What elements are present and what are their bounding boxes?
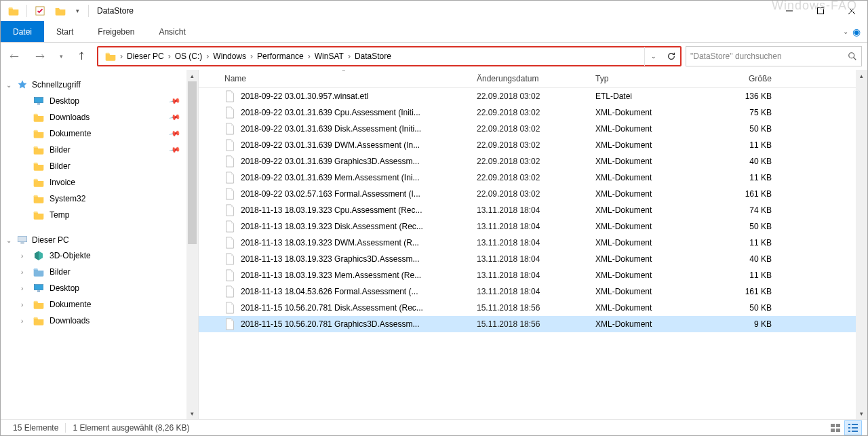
- breadcrumb-segment[interactable]: WinSAT: [312, 52, 347, 61]
- file-date: 22.09.2018 03:02: [470, 157, 589, 166]
- address-bar[interactable]: ›Dieser PC›OS (C:)›Windows›Performance›W…: [97, 46, 682, 66]
- tree-item[interactable]: Downloads📌: [1, 109, 186, 125]
- file-row[interactable]: 2018-11-15 10.56.20.781 Graphics3D.Asses…: [199, 316, 867, 332]
- chevron-down-icon[interactable]: ⌄: [6, 81, 12, 89]
- tree-item[interactable]: ›Desktop: [1, 280, 186, 296]
- chevron-right-icon[interactable]: ›: [119, 52, 124, 61]
- tree-item[interactable]: Temp: [1, 207, 186, 223]
- tree-item[interactable]: ›3D-Objekte: [1, 247, 186, 264]
- breadcrumb-segment[interactable]: OS (C:): [172, 52, 205, 61]
- recent-dropdown[interactable]: ▾: [55, 47, 67, 66]
- chevron-right-icon[interactable]: ›: [21, 252, 23, 260]
- tree-item[interactable]: Bilder: [1, 158, 186, 174]
- column-type[interactable]: Typ: [589, 74, 704, 83]
- tab-file[interactable]: Datei: [1, 21, 44, 42]
- search-icon[interactable]: [848, 52, 857, 61]
- search-box[interactable]: [686, 46, 862, 66]
- new-folder-button[interactable]: [52, 2, 69, 20]
- breadcrumb-segment[interactable]: Windows: [210, 52, 249, 61]
- tree-item[interactable]: System32: [1, 191, 186, 207]
- scroll-down-icon[interactable]: ▾: [856, 408, 867, 419]
- file-row[interactable]: 2018-11-15 10.56.20.781 Disk.Assessment …: [199, 300, 867, 316]
- tab-share[interactable]: Freigeben: [85, 21, 146, 42]
- window-controls: [774, 1, 867, 21]
- minimize-button[interactable]: [774, 1, 805, 21]
- tree-item[interactable]: Dokumente📌: [1, 125, 186, 142]
- file-row[interactable]: 2018-11-13 18.03.19.323 Disk.Assessment …: [199, 218, 867, 235]
- navpane-scrollbar[interactable]: ▴ ▾: [186, 70, 198, 419]
- refresh-button[interactable]: [663, 47, 680, 66]
- column-size[interactable]: Größe: [704, 74, 778, 83]
- navigation-pane: ⌄ Schnellzugriff Desktop📌Downloads📌Dokum…: [1, 70, 199, 419]
- tree-item[interactable]: Bilder📌: [1, 142, 186, 158]
- chevron-right-icon[interactable]: ›: [167, 52, 172, 61]
- chevron-right-icon[interactable]: ›: [21, 317, 23, 325]
- tree-item-label: Temp: [50, 210, 69, 220]
- chevron-right-icon[interactable]: ›: [21, 269, 23, 276]
- tree-item[interactable]: ›Dokumente: [1, 296, 186, 313]
- ribbon-expand-icon[interactable]: ⌄: [843, 28, 848, 35]
- file-row[interactable]: 2018-09-22 03.01.31.639 Mem.Assessment (…: [199, 170, 867, 186]
- address-dropdown-button[interactable]: ⌄: [645, 47, 663, 66]
- close-button[interactable]: [836, 1, 867, 21]
- view-large-icons-button[interactable]: [827, 420, 844, 435]
- pin-icon: 📌: [169, 144, 182, 157]
- file-row[interactable]: 2018-11-13 18.03.19.323 Graphics3D.Asses…: [199, 251, 867, 267]
- file-row[interactable]: 2018-11-13 18.03.19.323 Mem.Assessment (…: [199, 267, 867, 283]
- maximize-button[interactable]: [805, 1, 836, 21]
- scroll-down-icon[interactable]: ▾: [186, 408, 198, 419]
- scroll-up-icon[interactable]: ▴: [186, 70, 198, 81]
- breadcrumb-root-icon[interactable]: [102, 52, 119, 61]
- help-icon[interactable]: ◉: [852, 26, 861, 37]
- file-type: XML-Dokument: [589, 254, 704, 264]
- tree-item[interactable]: ›Downloads: [1, 313, 186, 329]
- tree-item[interactable]: ›Bilder: [1, 264, 186, 280]
- pin-icon: 📌: [169, 127, 182, 140]
- file-row[interactable]: 2018-09-22 03.01.31.639 Graphics3D.Asses…: [199, 153, 867, 170]
- chevron-right-icon[interactable]: ›: [249, 52, 254, 61]
- file-type: XML-Dokument: [589, 287, 704, 296]
- file-row[interactable]: 2018-11-13 18.03.19.323 DWM.Assessment (…: [199, 235, 867, 251]
- chevron-right-icon[interactable]: ›: [21, 285, 23, 292]
- file-row[interactable]: 2018-11-13 18.03.19.323 Cpu.Assessment (…: [199, 202, 867, 218]
- column-date[interactable]: Änderungsdatum: [470, 74, 589, 83]
- folder-icon: [33, 112, 44, 123]
- breadcrumb-segment[interactable]: DataStore: [352, 52, 394, 61]
- tab-start[interactable]: Start: [44, 21, 85, 42]
- breadcrumb-segment[interactable]: Dieser PC: [124, 52, 167, 61]
- tree-item[interactable]: Invoice: [1, 174, 186, 191]
- pc-icon: [17, 235, 28, 245]
- file-row[interactable]: 2018-09-22 03.01.31.639 Disk.Assessment …: [199, 121, 867, 137]
- svg-rect-10: [20, 242, 24, 243]
- qat-dropdown-button[interactable]: ▾: [72, 2, 83, 20]
- listpane-scrollbar[interactable]: ▴ ▾: [856, 70, 867, 419]
- forward-button[interactable]: 🡒: [29, 47, 51, 66]
- view-details-button[interactable]: [844, 420, 862, 435]
- file-row[interactable]: 2018-09-22 03.01.30.957.winsat.etl22.09.…: [199, 88, 867, 104]
- back-button[interactable]: 🡐: [3, 47, 25, 66]
- chevron-right-icon[interactable]: ›: [21, 301, 23, 309]
- file-row[interactable]: 2018-11-13 18.04.53.626 Formal.Assessmen…: [199, 283, 867, 300]
- file-date: 22.09.2018 03:02: [470, 92, 589, 101]
- this-pc-header[interactable]: ⌄ Dieser PC: [1, 233, 186, 247]
- file-name: 2018-11-13 18.03.19.323 DWM.Assessment (…: [241, 238, 419, 247]
- breadcrumb-segment[interactable]: Performance: [254, 52, 307, 61]
- properties-button[interactable]: [31, 2, 49, 20]
- chevron-right-icon[interactable]: ›: [307, 52, 312, 61]
- column-name[interactable]: ⌃ Name: [218, 74, 470, 83]
- file-type: XML-Dokument: [589, 140, 704, 150]
- file-row[interactable]: 2018-09-22 03.02.57.163 Formal.Assessmen…: [199, 186, 867, 202]
- up-button[interactable]: 🡑: [71, 47, 93, 66]
- chevron-right-icon[interactable]: ›: [205, 52, 210, 61]
- scroll-up-icon[interactable]: ▴: [856, 70, 867, 81]
- search-input[interactable]: [690, 52, 848, 61]
- tab-view[interactable]: Ansicht: [146, 21, 197, 42]
- tree-item[interactable]: Desktop📌: [1, 93, 186, 109]
- chevron-right-icon[interactable]: ›: [347, 52, 352, 61]
- file-type: XML-Dokument: [589, 108, 704, 117]
- file-row[interactable]: 2018-09-22 03.01.31.639 DWM.Assessment (…: [199, 137, 867, 153]
- file-row[interactable]: 2018-09-22 03.01.31.639 Cpu.Assessment (…: [199, 104, 867, 121]
- file-size: 136 KB: [704, 92, 778, 101]
- quick-access-header[interactable]: ⌄ Schnellzugriff: [1, 77, 186, 93]
- chevron-down-icon[interactable]: ⌄: [6, 237, 12, 244]
